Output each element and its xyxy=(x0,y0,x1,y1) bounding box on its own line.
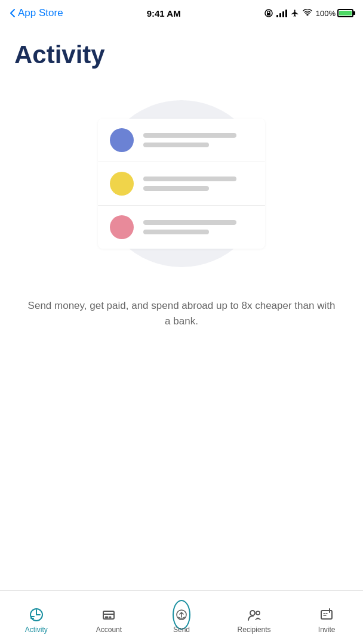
battery-container: 100% xyxy=(316,9,353,18)
card-line-2a xyxy=(143,177,236,181)
battery-fill xyxy=(339,11,352,16)
battery-icon xyxy=(337,9,353,17)
recipients-icon xyxy=(246,606,263,623)
svg-point-13 xyxy=(256,611,260,615)
nav-label-activity: Activity xyxy=(25,626,48,634)
avatar-3 xyxy=(110,215,134,239)
nav-tab-send[interactable]: Send xyxy=(145,591,218,644)
activity-icon xyxy=(28,606,45,623)
card-lines-2 xyxy=(143,177,253,191)
svg-point-12 xyxy=(250,611,255,615)
card-line-1b xyxy=(143,143,209,147)
status-bar-right: 100% xyxy=(264,9,353,18)
back-label: App Store xyxy=(18,7,63,19)
svg-rect-1 xyxy=(267,13,270,16)
card-line-2b xyxy=(143,186,209,191)
lock-icon xyxy=(264,9,273,17)
status-time: 9:41 AM xyxy=(147,8,181,18)
nav-label-recipients: Recipients xyxy=(238,626,271,634)
battery-percentage: 100% xyxy=(316,9,336,18)
card-lines-1 xyxy=(143,133,253,147)
nav-tab-activity[interactable]: Activity xyxy=(0,591,73,644)
page-title: Activity xyxy=(14,41,349,69)
status-bar: App Store 9:41 AM 100% xyxy=(0,0,363,26)
nav-tab-invite[interactable]: Invite xyxy=(290,591,363,644)
main-content: Activity xyxy=(0,26,363,329)
card-lines-3 xyxy=(143,220,253,234)
signal-bars xyxy=(276,9,287,17)
send-icon xyxy=(173,606,190,623)
svg-rect-14 xyxy=(321,611,332,619)
activity-card-3 xyxy=(98,206,265,249)
tagline-text: Send money, get paid, and spend abroad u… xyxy=(14,298,349,329)
back-button[interactable]: App Store xyxy=(10,7,63,19)
card-line-3b xyxy=(143,230,209,234)
activity-card-1 xyxy=(98,119,265,162)
nav-tab-recipients[interactable]: Recipients xyxy=(218,591,291,644)
svg-rect-10 xyxy=(109,617,111,618)
nav-label-account: Account xyxy=(96,626,122,634)
card-line-1a xyxy=(143,133,236,138)
nav-tab-account[interactable]: Account xyxy=(73,591,146,644)
airplane-icon xyxy=(291,9,299,17)
status-bar-left: App Store xyxy=(10,7,63,19)
wifi-icon xyxy=(303,9,312,17)
avatar-2 xyxy=(110,172,134,196)
bottom-nav: Activity Account Send xyxy=(0,590,363,644)
activity-card-2 xyxy=(98,162,265,206)
svg-rect-9 xyxy=(105,617,108,618)
nav-label-invite: Invite xyxy=(318,626,336,634)
card-line-3a xyxy=(143,220,236,225)
activity-cards-container xyxy=(98,119,265,249)
nav-label-send: Send xyxy=(173,626,190,634)
avatar-1 xyxy=(110,128,134,152)
account-icon xyxy=(100,606,117,623)
invite-icon xyxy=(318,606,335,623)
illustration-area xyxy=(14,88,349,279)
